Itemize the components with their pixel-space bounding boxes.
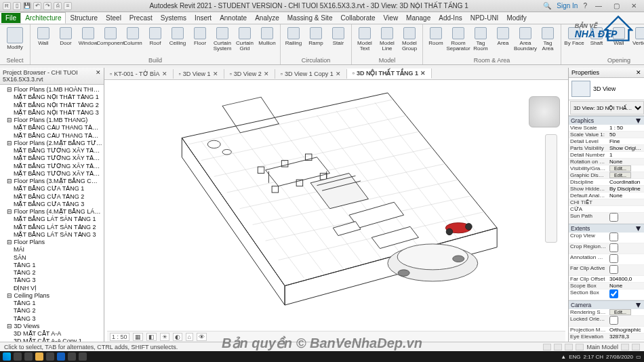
ribbon-tab-systems[interactable]: Systems [157, 13, 190, 23]
close-icon[interactable]: ✕ [420, 70, 426, 77]
tree-item[interactable]: ⊟ Floor Plans (2.MẶT BẰNG TƯỜNG XÂY) [1, 140, 102, 147]
signin-link[interactable]: Sign In [557, 2, 578, 9]
floor-button[interactable]: Floor [190, 26, 210, 46]
ramp-button[interactable]: Ramp [306, 26, 326, 46]
app-icon[interactable] [79, 353, 87, 361]
window-button[interactable]: Window [78, 26, 98, 46]
status-icon[interactable] [554, 344, 562, 350]
tag-area-button[interactable]: Tag Area [538, 26, 558, 52]
tree-item[interactable]: MẶT BẰNG CỬA TẦNG 3 [1, 201, 102, 208]
status-icon[interactable] [565, 344, 573, 350]
ribbon-tab-annotate[interactable]: Annotate [216, 13, 251, 23]
tree-item[interactable]: ⊟ Floor Plans (4.MẶT BẰNG LÁT SÀN) [1, 208, 102, 216]
view-control-bar[interactable]: 1 : 50 ▦ ◧ ☀ ◐ ⌂ 👁 [107, 331, 565, 342]
property-checkbox[interactable] [609, 233, 618, 241]
room-button[interactable]: Room [426, 26, 446, 46]
close-icon[interactable]: ✕ [336, 71, 341, 77]
property-row[interactable]: Crop Region … [569, 243, 644, 254]
undo-icon[interactable]: ↶ [33, 2, 41, 10]
sun-path-icon[interactable]: ☀ [160, 333, 169, 341]
revit-icon[interactable]: R [3, 2, 11, 10]
model-group-button[interactable]: Model Group [399, 26, 420, 52]
ribbon-tab-architecture[interactable]: Architecture [20, 12, 66, 24]
close-button[interactable]: ✕ [628, 2, 640, 9]
task-view-icon[interactable] [24, 353, 33, 361]
status-icon[interactable] [576, 344, 584, 350]
area-button[interactable]: Area [493, 26, 513, 46]
property-row[interactable]: Eye Elevation32878,3 [569, 334, 644, 340]
property-row[interactable]: Detail LevelFine [569, 138, 644, 145]
status-icon[interactable] [543, 344, 551, 350]
model-line-button[interactable]: Model Line [377, 26, 397, 52]
tree-item[interactable]: TẦNG 2 [1, 307, 102, 315]
property-row[interactable]: Annotation Cr… [569, 254, 644, 265]
tree-item[interactable]: ⊟ Ceiling Plans [1, 292, 102, 300]
wall-button[interactable]: Wall [33, 26, 54, 46]
tree-item[interactable]: MẶT BẰNG LÁT SÀN TẦNG 3 [1, 231, 102, 239]
ribbon-tab-precast[interactable]: Precast [125, 13, 157, 23]
minimize-button[interactable]: — [592, 2, 605, 9]
property-checkbox[interactable] [609, 265, 618, 274]
property-checkbox[interactable] [609, 289, 618, 298]
tree-item[interactable]: TẦNG 1 [1, 262, 102, 269]
property-row[interactable]: Parts VisibilityShow Original [569, 145, 644, 152]
tree-item[interactable]: MẶT BẰNG LÁT SÀN TẦNG 1 [1, 216, 102, 223]
property-row[interactable]: Projection Mo…Orthographic [569, 327, 644, 334]
tree-item[interactable]: MẶT BẰNG CẦU THANG TẦNG 2-3 [1, 132, 102, 140]
chrome-icon[interactable] [46, 353, 54, 361]
tree-item[interactable]: MẶT BẰNG CỬA TẦNG 2 [1, 193, 102, 201]
property-row[interactable]: Section Box [569, 289, 644, 300]
visual-style-icon[interactable]: ◧ [146, 333, 157, 341]
crop-icon[interactable]: ⌂ [186, 333, 193, 341]
ceiling-button[interactable]: Ceiling [167, 26, 188, 46]
lang-indicator[interactable]: ENG [569, 354, 580, 360]
ribbon-tab-manage[interactable]: Manage [402, 13, 435, 23]
curtain-grid-button[interactable]: Curtain Grid [235, 26, 255, 52]
explorer-icon[interactable] [35, 353, 43, 361]
stair-button[interactable]: Stair [328, 26, 348, 46]
notifications-icon[interactable]: ▭ [636, 354, 641, 360]
mullion-button[interactable]: Mullion [257, 26, 277, 46]
property-checkbox[interactable] [609, 213, 618, 222]
tree-item[interactable]: MẶT BẰNG TƯỜNG XÂY TẦNG MÁI [1, 170, 102, 178]
tree-item[interactable]: ĐỊNH VỊ [1, 285, 102, 292]
view-tab[interactable]: ▫3D View 2✕ [224, 69, 275, 79]
close-icon[interactable]: ✕ [213, 71, 218, 77]
ribbon-tab-npd-uni[interactable]: NPD-UNI [466, 13, 503, 23]
shadows-icon[interactable]: ◐ [173, 333, 182, 341]
component-button[interactable]: Component [100, 26, 121, 46]
property-row[interactable]: Far Clip Active [569, 265, 644, 276]
property-row[interactable]: Far Clip Offset304800,0 [569, 276, 644, 283]
tree-item[interactable]: TẦNG 2 [1, 269, 102, 277]
open-icon[interactable]: ▯ [13, 2, 21, 10]
start-button[interactable] [3, 353, 11, 361]
tree-item[interactable]: TẦNG 3 [1, 277, 102, 284]
tree-item[interactable]: MẶT BẰNG NỘI THẤT TẦNG 2 [1, 102, 102, 109]
door-button[interactable]: Door [56, 26, 76, 46]
tree-item[interactable]: MẶT BẰNG NỘI THẤT TẦNG 1 [1, 94, 102, 101]
property-row[interactable]: Detail Number1 [569, 152, 644, 159]
view-tab[interactable]: ▫3D NỘI THẤT TẦNG 1✕ [347, 68, 432, 79]
measure-icon[interactable]: ≡ [64, 2, 72, 10]
clock-date[interactable]: 27/08/2020 [606, 354, 633, 360]
project-browser-header[interactable]: Project Browser - CHI TUOI 5X16.5X3.3.rv… [0, 68, 104, 85]
tree-item[interactable]: MẶT BẰNG TƯỜNG XÂY TẦNG 1 [1, 147, 102, 155]
tree-item[interactable]: TẦNG 3 [1, 315, 102, 323]
property-row[interactable]: Crop View [569, 233, 644, 243]
property-checkbox[interactable] [609, 254, 618, 263]
tray-icon[interactable]: ▲ [561, 354, 566, 360]
properties-section-header[interactable]: Graphics⯆ [569, 116, 644, 125]
property-row[interactable]: Sun Path [569, 213, 644, 224]
close-icon[interactable]: ✕ [636, 69, 641, 76]
property-row[interactable]: Show Hidden …By Discipline [569, 186, 644, 193]
type-selector[interactable]: 3D View: 3D NỘI THẤ… [570, 101, 644, 115]
property-checkbox[interactable] [609, 316, 618, 325]
railing-button[interactable]: Railing [283, 26, 304, 46]
tree-item[interactable]: ⊟ Floor Plans (1.MB THANG) [1, 117, 102, 124]
app-icon[interactable] [68, 353, 76, 361]
ribbon-tab-steel[interactable]: Steel [102, 13, 125, 23]
tree-item[interactable]: ⊟ Floor Plans (3.MẶT BẰNG CỬA) [1, 178, 102, 185]
property-row[interactable]: Rendering Set…Edit... [569, 309, 644, 316]
property-row[interactable]: Graphic Displ…Edit... [569, 172, 644, 179]
tree-item[interactable]: 3D MẶT CẮT A-A [1, 330, 102, 338]
